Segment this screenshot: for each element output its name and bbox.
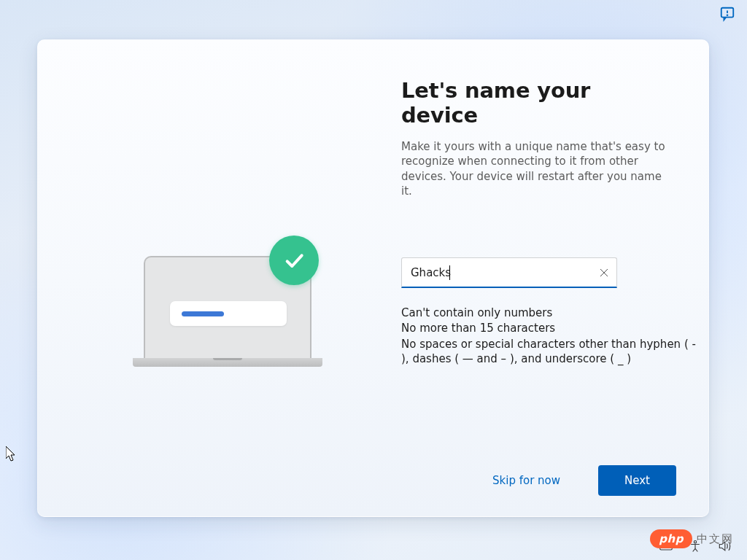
form-column: Let's name your device Make it yours wit…: [401, 40, 708, 516]
system-tray: [658, 538, 732, 554]
clear-input-button[interactable]: [592, 260, 616, 285]
page-title: Let's name your device: [401, 78, 670, 128]
page-subtitle: Make it yours with a unique name that's …: [401, 139, 670, 198]
illustration-input-pill: [170, 301, 287, 326]
text-caret: [449, 265, 450, 280]
skip-button[interactable]: Skip for now: [466, 465, 587, 496]
rule-chars: No spaces or special characters other th…: [401, 337, 703, 367]
cursor-icon: [6, 446, 17, 462]
rule-numbers: Can't contain only numbers: [401, 306, 703, 320]
svg-point-9: [694, 541, 696, 543]
setup-card: Let's name your device Make it yours wit…: [37, 39, 709, 517]
rule-length: No more than 15 characters: [401, 321, 703, 335]
feedback-icon[interactable]: [719, 6, 735, 22]
check-badge-icon: [269, 236, 319, 285]
close-icon: [600, 268, 608, 277]
volume-icon[interactable]: [716, 538, 732, 554]
next-button[interactable]: Next: [598, 465, 676, 496]
naming-rules: Can't contain only numbers No more than …: [401, 306, 703, 367]
keyboard-icon[interactable]: [658, 538, 674, 554]
illustration-column: [38, 40, 401, 516]
accessibility-icon[interactable]: [687, 538, 703, 554]
device-name-input-wrap[interactable]: [401, 257, 617, 288]
svg-point-2: [727, 15, 728, 15]
device-name-input[interactable]: [402, 258, 592, 287]
svg-rect-3: [660, 542, 673, 550]
footer-buttons: Skip for now Next: [466, 465, 676, 496]
laptop-illustration: [133, 256, 322, 367]
